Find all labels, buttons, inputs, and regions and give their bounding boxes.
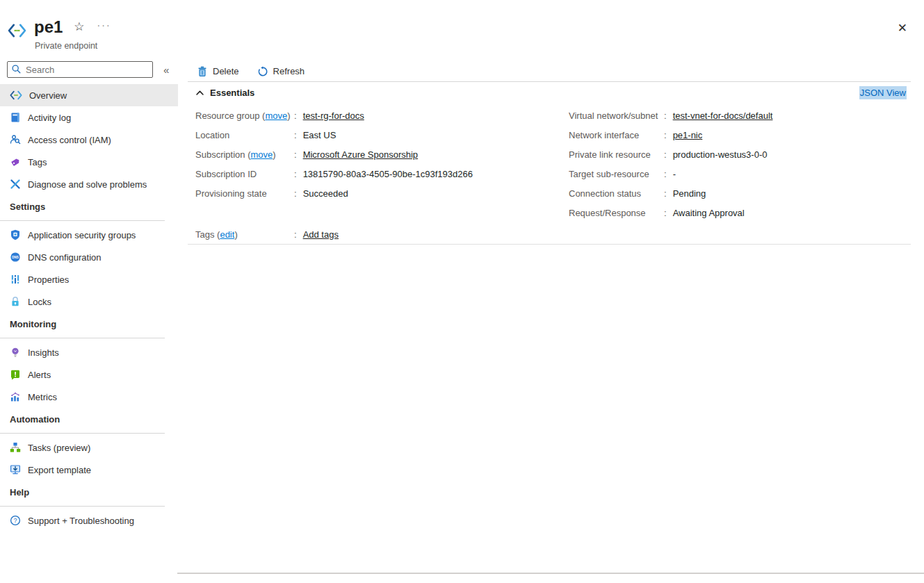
provisioning-state-value: Succeeded — [303, 188, 348, 199]
trash-icon — [197, 66, 208, 77]
field-label: Request/Response — [569, 208, 664, 218]
field-request-response: Request/Response : Awaiting Approval — [569, 203, 911, 222]
sidebar-item-activity-log[interactable]: Activity log — [0, 106, 178, 129]
sidebar-item-metrics[interactable]: Metrics — [0, 386, 178, 408]
sidebar-item-insights[interactable]: Insights — [0, 341, 178, 363]
blade-bottom-divider — [177, 573, 924, 574]
sidebar-item-label: Locks — [28, 297, 51, 307]
properties-icon — [10, 274, 21, 285]
field-subscription-id: Subscription ID : 13815790-80a3-4505-90b… — [195, 164, 569, 183]
resource-type-subtitle: Private endpoint — [35, 41, 97, 51]
sidebar-item-properties[interactable]: Properties — [0, 268, 178, 290]
tasks-icon — [10, 442, 21, 453]
field-label: Resource group (move) — [195, 110, 294, 121]
essentials-section: Resource group (move) : test-rg-for-docs… — [188, 103, 911, 244]
field-label: Target sub-resource — [569, 169, 664, 179]
blade-header: pe1 ☆ ··· Private endpoint ✕ — [0, 0, 924, 58]
delete-button[interactable]: Delete — [197, 66, 239, 77]
field-resource-group: Resource group (move) : test-rg-for-docs — [195, 106, 569, 125]
sidebar-item-label: Export template — [28, 465, 91, 475]
sidebar-item-dns-configuration[interactable]: DNS configuration — [0, 246, 178, 268]
field-label: Network interface — [569, 130, 664, 140]
field-location: Location : East US — [195, 125, 569, 145]
refresh-button[interactable]: Refresh — [257, 66, 305, 77]
command-bar: Delete Refresh — [188, 61, 911, 82]
export-template-icon — [10, 464, 21, 475]
search-icon — [11, 64, 22, 74]
activity-log-icon — [10, 112, 21, 123]
sidebar-section-monitoring: Monitoring — [0, 319, 165, 338]
target-sub-resource-value: - — [673, 169, 676, 179]
essentials-collapse-toggle[interactable]: Essentials — [195, 88, 254, 98]
lock-icon — [10, 296, 21, 307]
field-connection-status: Connection status : Pending — [569, 183, 911, 203]
more-options-icon[interactable]: ··· — [97, 20, 111, 30]
subscription-id-value: 13815790-80a3-4505-90be-1c93f193d266 — [303, 169, 473, 179]
tag-icon — [10, 156, 21, 167]
field-label: Location — [195, 130, 294, 140]
connection-status-value: Pending — [673, 188, 706, 199]
subscription-link[interactable]: Microsoft Azure Sponsorship — [303, 149, 418, 160]
sidebar-item-diagnose[interactable]: Diagnose and solve problems — [0, 173, 178, 195]
field-private-link-resource: Private link resource : production-westu… — [569, 145, 911, 164]
private-endpoint-icon — [10, 90, 22, 101]
network-interface-link[interactable]: pe1-nic — [673, 130, 703, 140]
private-link-resource-value: production-westus3-0-0 — [673, 149, 768, 160]
page-title: pe1 — [34, 18, 63, 36]
sidebar-item-export-template[interactable]: Export template — [0, 459, 178, 481]
sidebar-item-access-control[interactable]: Access control (IAM) — [0, 129, 178, 151]
sidebar-item-alerts[interactable]: Alerts — [0, 363, 178, 386]
sidebar-item-support[interactable]: Support + Troubleshooting — [0, 509, 178, 532]
alerts-icon — [10, 369, 21, 380]
essentials-title: Essentials — [210, 88, 254, 98]
sidebar-item-label: Overview — [29, 90, 67, 101]
field-label: Subscription ID — [195, 169, 294, 179]
sidebar-item-label: Properties — [28, 274, 69, 285]
sidebar-item-application-security-groups[interactable]: Application security groups — [0, 224, 178, 246]
sidebar-item-tasks[interactable]: Tasks (preview) — [0, 436, 178, 459]
sidebar-item-label: Metrics — [28, 392, 57, 402]
sidebar-item-label: Alerts — [28, 370, 51, 380]
search-input[interactable] — [7, 61, 153, 78]
field-label: Provisioning state — [195, 188, 294, 199]
refresh-button-label: Refresh — [273, 66, 305, 76]
sidebar-item-locks[interactable]: Locks — [0, 290, 178, 313]
private-endpoint-icon — [8, 23, 26, 38]
sidebar-item-label: Support + Troubleshooting — [28, 516, 134, 526]
security-shield-icon — [10, 229, 21, 240]
sidebar-item-label: Tags — [28, 157, 47, 167]
sidebar-item-label: Access control (IAM) — [28, 135, 111, 145]
sidebar: « Overview Activity log Access control (… — [0, 61, 178, 532]
chevron-up-icon — [195, 89, 204, 97]
field-label: Subscription (move) — [195, 149, 294, 160]
favorite-star-icon[interactable]: ☆ — [74, 20, 84, 34]
access-control-icon — [10, 134, 21, 145]
sidebar-collapse-button[interactable]: « — [161, 63, 172, 77]
sidebar-item-overview[interactable]: Overview — [0, 84, 178, 106]
sidebar-item-label: Insights — [28, 347, 59, 358]
virtual-network-link[interactable]: test-vnet-for-docs/default — [673, 110, 773, 121]
edit-tags-link[interactable]: edit — [220, 229, 234, 240]
sidebar-item-label: DNS configuration — [28, 252, 102, 263]
resource-group-link[interactable]: test-rg-for-docs — [303, 110, 364, 121]
dns-icon — [10, 252, 21, 263]
help-icon — [10, 515, 21, 526]
sidebar-section-help: Help — [0, 487, 165, 507]
sidebar-section-settings: Settings — [0, 202, 165, 221]
diagnose-icon — [10, 179, 21, 190]
metrics-icon — [10, 391, 21, 402]
sidebar-item-label: Activity log — [28, 113, 71, 123]
add-tags-link[interactable]: Add tags — [303, 229, 339, 240]
sidebar-section-automation: Automation — [0, 414, 165, 434]
field-virtual-network: Virtual network/subnet : test-vnet-for-d… — [569, 106, 911, 125]
sidebar-item-label: Application security groups — [28, 230, 136, 240]
move-link[interactable]: move — [265, 110, 287, 121]
insights-bulb-icon — [10, 347, 21, 358]
location-value: East US — [303, 130, 337, 140]
sidebar-item-tags[interactable]: Tags — [0, 151, 178, 173]
close-icon[interactable]: ✕ — [898, 21, 907, 35]
json-view-link[interactable]: JSON View — [859, 86, 907, 99]
move-link[interactable]: move — [250, 149, 273, 160]
sidebar-nav: Overview Activity log Access control (IA… — [0, 84, 178, 532]
field-label: Connection status — [569, 188, 664, 199]
